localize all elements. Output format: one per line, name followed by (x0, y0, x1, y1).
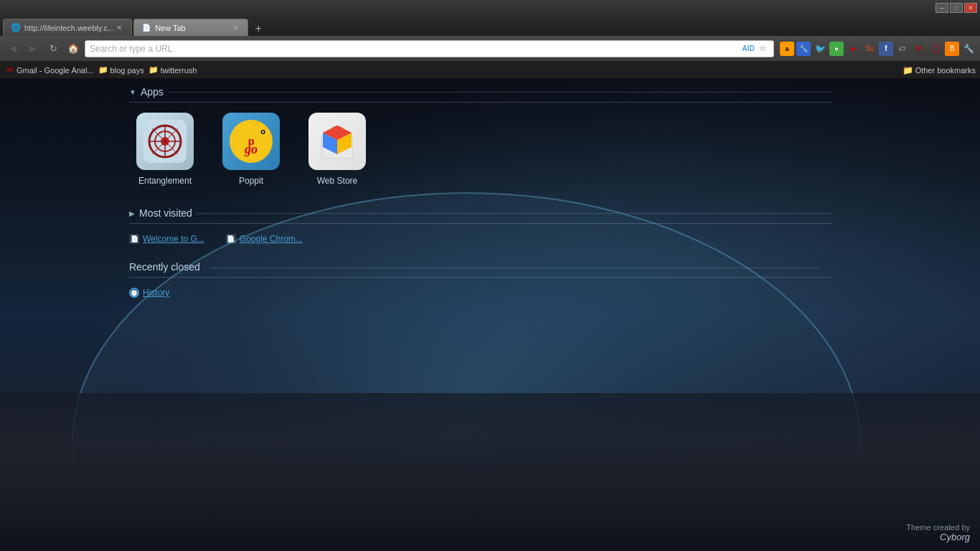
most-visited-label: Most visited (139, 207, 192, 219)
other-bookmarks-label[interactable]: Other bookmarks (915, 66, 976, 75)
facebook-icon[interactable]: f (879, 42, 893, 56)
ald-icon: AID (742, 42, 755, 55)
apps-section: ▼ Apps (129, 86, 832, 186)
most-visited-section: ▶ Most visited 📄 Welcome to G... 📄 Googl… (129, 207, 832, 244)
address-text: Search or type a URL (90, 44, 742, 54)
tab-close-active-btn[interactable]: ✕ (230, 23, 240, 33)
recently-closed-line (209, 268, 819, 268)
apps-arrow: ▼ (129, 88, 136, 96)
tab-favicon-active: 📄 (141, 23, 151, 33)
apps-section-line (168, 92, 832, 93)
reload-button[interactable]: ↻ (44, 40, 62, 57)
gmail-icon[interactable]: M (912, 42, 926, 56)
most-visited-arrow: ▶ (129, 209, 135, 217)
visited-favicon-1: 📄 (129, 234, 139, 244)
app-entanglement[interactable]: Entanglement (129, 113, 201, 186)
ext-icon-1[interactable]: 🔧 (796, 42, 811, 56)
bookmark-gmail[interactable]: ✉ Gmail - Google Anal... (4, 65, 94, 75)
recently-closed-label: Recently closed (129, 261, 200, 273)
twitter-icon[interactable]: 🐦 (813, 42, 827, 56)
other-bookmarks-icon: 📁 (903, 65, 913, 75)
bookmark-twitterrush[interactable]: 📁 twitterrush (149, 65, 197, 75)
visited-link-2[interactable]: 📄 Google Chrom... (226, 234, 303, 244)
star-icon[interactable]: ☆ (756, 42, 769, 55)
webstore-svg (316, 120, 359, 163)
webstore-label: Web Store (317, 176, 357, 186)
most-visited-header[interactable]: ▶ Most visited (129, 207, 832, 224)
ext-icon-red[interactable]: ⬡ (928, 42, 943, 56)
bookmark-blogpays-label: blog pays (110, 66, 144, 75)
app-webstore[interactable]: Web Store (301, 113, 373, 186)
apps-grid: Entanglement p o go Poppit (129, 113, 832, 186)
blogpays-favicon: 📁 (98, 65, 108, 75)
recently-closed-section: Recently closed 🕐 History (129, 261, 832, 298)
theme-credit: Theme created by Cyborg (906, 523, 970, 542)
nav-bar: ◀ ▶ ↻ 🏠 Search or type a URL AID ☆ a 🔧 🐦… (0, 36, 980, 62)
close-button[interactable]: ✕ (964, 3, 977, 13)
twitterrush-favicon: 📁 (149, 65, 159, 75)
theme-credit-line2: Cyborg (906, 532, 970, 542)
theme-credit-line1: Theme created by (906, 523, 970, 532)
wrench-icon[interactable]: 🔧 (961, 42, 976, 56)
new-tab-button[interactable]: + (250, 22, 267, 36)
maximize-button[interactable]: □ (950, 3, 963, 13)
apps-section-label: Apps (141, 86, 164, 98)
bookmark-twitterrush-label: twitterrush (161, 66, 197, 75)
amazon-icon[interactable]: a (780, 42, 794, 56)
poppit-label: Poppit (239, 176, 263, 186)
home-button[interactable]: 🏠 (65, 40, 82, 57)
visited-link-1-label: Welcome to G... (143, 234, 204, 244)
back-button[interactable]: ◀ (4, 40, 22, 57)
most-visited-line (197, 213, 832, 214)
visited-links: 📄 Welcome to G... 📄 Google Chrom... (129, 234, 832, 244)
address-icons: AID ☆ (742, 42, 769, 55)
apps-section-header[interactable]: ▼ Apps (129, 86, 832, 103)
ground-platform (0, 393, 980, 551)
tag-icon[interactable]: 🏷 (895, 42, 910, 56)
tab-newtab[interactable]: 📄 New Tab ✕ (133, 19, 248, 36)
gmail-bookmark-favicon: ✉ (4, 65, 14, 75)
title-bar: ─ □ ✕ (0, 0, 980, 16)
tab-close-btn[interactable]: ✕ (114, 23, 124, 33)
entanglement-svg (143, 120, 187, 163)
poppit-inner: p o go (230, 120, 273, 163)
address-bar[interactable]: Search or type a URL AID ☆ (85, 40, 774, 57)
visited-favicon-2: 📄 (226, 234, 236, 244)
page-content: ▼ Apps (129, 86, 832, 312)
recently-closed-header: Recently closed (129, 261, 832, 278)
bookmark-gmail-label: Gmail - Google Anal... (17, 66, 94, 75)
ext-icon-3[interactable]: ● (846, 42, 860, 56)
history-icon: 🕐 (129, 288, 139, 298)
history-link[interactable]: 🕐 History (129, 288, 832, 298)
bookmarks-bar: ✉ Gmail - Google Anal... 📁 blog pays 📁 t… (0, 62, 980, 79)
ext-icon-2[interactable]: ● (829, 42, 844, 56)
toolbar-icons: a 🔧 🐦 ● ● Su f 🏷 M ⬡ B 🔧 (777, 42, 976, 56)
app-poppit[interactable]: p o go Poppit (215, 113, 287, 186)
entanglement-label: Entanglement (138, 176, 192, 186)
tab-bar: 🌐 http://lifeintech.weebly.c... ✕ 📄 New … (0, 16, 980, 36)
visited-link-1[interactable]: 📄 Welcome to G... (129, 234, 204, 244)
entanglement-icon (136, 113, 194, 170)
bookmark-blogpays[interactable]: 📁 blog pays (98, 65, 144, 75)
tab-label: http://lifeintech.weebly.c... (24, 24, 114, 32)
stumbleupon-icon[interactable]: Su (862, 42, 877, 56)
main-content: ▼ Apps (0, 79, 980, 551)
visited-link-2-label: Google Chrom... (240, 234, 303, 244)
forward-button[interactable]: ▶ (24, 40, 42, 57)
blogger-icon[interactable]: B (945, 42, 959, 56)
tab-lifeintech[interactable]: 🌐 http://lifeintech.weebly.c... ✕ (3, 19, 132, 36)
bookmarks-right: 📁 Other bookmarks (903, 65, 976, 75)
history-label: History (143, 288, 169, 298)
tab-label-active: New Tab (155, 24, 186, 32)
webstore-icon (308, 113, 366, 170)
tab-favicon: 🌐 (11, 23, 21, 33)
poppit-icon: p o go (222, 113, 280, 170)
minimize-button[interactable]: ─ (936, 3, 948, 13)
